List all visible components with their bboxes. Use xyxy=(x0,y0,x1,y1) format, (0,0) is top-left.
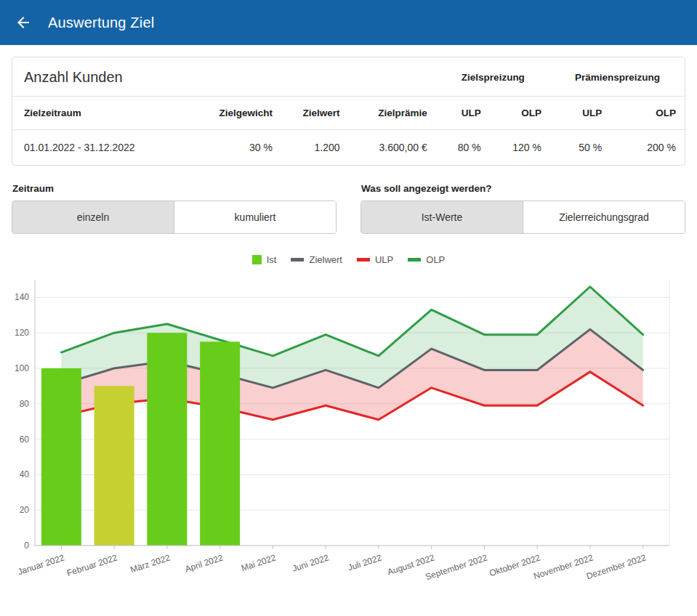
svg-text:Februar 2022: Februar 2022 xyxy=(65,552,118,578)
svg-text:40: 40 xyxy=(20,469,30,479)
olp-marker-icon xyxy=(408,258,421,262)
anzeige-label: Was soll angezeigt werden? xyxy=(361,183,685,194)
zeitraum-toggle-group: einzeln kumuliert xyxy=(12,200,337,234)
goal-card: Anzahl Kunden Zielspreizung Prämiensprei… xyxy=(12,57,685,166)
toggle-einzeln[interactable]: einzeln xyxy=(12,201,174,233)
cell-ulp-praemie: 50 % xyxy=(550,130,611,166)
chart-svg: 020406080100120140Januar 2022Februar 202… xyxy=(12,268,685,593)
goal-table: Anzahl Kunden Zielspreizung Prämiensprei… xyxy=(12,57,685,165)
svg-text:Juli 2022: Juli 2022 xyxy=(347,552,383,572)
svg-text:60: 60 xyxy=(20,434,30,445)
toggle-kumuliert[interactable]: kumuliert xyxy=(174,201,336,233)
toggle-zielerreichungsgrad[interactable]: Zielerreichungsgrad xyxy=(523,201,685,233)
filter-controls: Zeitraum einzeln kumuliert Was soll ange… xyxy=(12,183,685,234)
svg-text:80: 80 xyxy=(20,399,30,409)
svg-text:November 2022: November 2022 xyxy=(532,552,595,581)
legend-label-olp: OLP xyxy=(426,254,445,265)
svg-text:0: 0 xyxy=(24,540,29,551)
cell-zielwert: 1.200 xyxy=(281,130,349,166)
col-zielgewicht: Zielgewicht xyxy=(201,97,281,130)
cell-zielzeitraum: 01.01.2022 - 31.12.2022 xyxy=(12,130,201,166)
toggle-ist-werte[interactable]: Ist-Werte xyxy=(361,201,523,233)
svg-text:Juni 2022: Juni 2022 xyxy=(291,552,330,573)
group-header-praemienspreizung: Prämienspreizung xyxy=(550,57,685,97)
svg-text:März 2022: März 2022 xyxy=(129,552,172,575)
content: Anzahl Kunden Zielspreizung Prämiensprei… xyxy=(0,45,697,608)
table-group-header-row: Anzahl Kunden Zielspreizung Prämiensprei… xyxy=(12,57,685,97)
back-arrow-icon[interactable] xyxy=(15,14,32,31)
svg-text:Dezember 2022: Dezember 2022 xyxy=(585,552,648,581)
chart-legend: Ist Zielwert ULP OLP xyxy=(12,254,685,265)
legend-item-ulp[interactable]: ULP xyxy=(357,254,393,265)
page-title: Auswertung Ziel xyxy=(48,15,154,31)
ulp-marker-icon xyxy=(357,258,370,262)
zeitraum-control: Zeitraum einzeln kumuliert xyxy=(12,183,337,234)
svg-text:120: 120 xyxy=(15,328,29,338)
cell-zielpraemie: 3.600,00 € xyxy=(349,130,436,166)
col-zielpraemie: Zielprämie xyxy=(349,97,436,130)
page: Auswertung Ziel Anzahl Kunden Zielspreiz… xyxy=(0,0,697,616)
anzeige-toggle-group: Ist-Werte Zielerreichungsgrad xyxy=(360,200,685,234)
svg-text:20: 20 xyxy=(20,505,30,515)
ist-marker-icon xyxy=(252,255,262,264)
table-row: 01.01.2022 - 31.12.2022 30 % 1.200 3.600… xyxy=(12,130,685,166)
svg-text:April 2022: April 2022 xyxy=(184,552,225,574)
legend-label-zielwert: Zielwert xyxy=(309,254,342,265)
chart-area: 020406080100120140Januar 2022Februar 202… xyxy=(12,268,685,596)
col-ulp-praemie: ULP xyxy=(550,97,611,130)
col-ulp-ziel: ULP xyxy=(436,97,490,130)
anzeige-control: Was soll angezeigt werden? Ist-Werte Zie… xyxy=(360,183,685,234)
col-zielzeitraum: Zielzeitraum xyxy=(12,97,201,130)
cell-ulp-ziel: 80 % xyxy=(436,130,490,166)
col-zielwert: Zielwert xyxy=(281,97,349,130)
zielwert-marker-icon xyxy=(291,258,304,262)
cell-olp-praemie: 200 % xyxy=(611,130,685,166)
app-header: Auswertung Ziel xyxy=(0,0,697,45)
legend-item-olp[interactable]: OLP xyxy=(408,254,445,265)
table-header-row: Zielzeitraum Zielgewicht Zielwert Zielpr… xyxy=(12,97,685,130)
svg-text:140: 140 xyxy=(15,292,29,302)
legend-item-ist[interactable]: Ist xyxy=(252,254,277,265)
legend-label-ist: Ist xyxy=(267,254,277,265)
legend-label-ulp: ULP xyxy=(375,254,393,265)
col-olp-praemie: OLP xyxy=(611,97,685,130)
group-header-zielspreizung: Zielspreizung xyxy=(436,57,550,97)
card-title: Anzahl Kunden xyxy=(24,69,123,85)
cell-zielgewicht: 30 % xyxy=(201,130,281,166)
svg-text:Mai 2022: Mai 2022 xyxy=(240,552,278,573)
svg-text:Januar 2022: Januar 2022 xyxy=(17,552,66,577)
legend-item-zielwert[interactable]: Zielwert xyxy=(291,254,342,265)
col-olp-ziel: OLP xyxy=(490,97,550,130)
zeitraum-label: Zeitraum xyxy=(12,183,337,194)
svg-text:100: 100 xyxy=(15,363,29,373)
cell-olp-ziel: 120 % xyxy=(490,130,550,166)
